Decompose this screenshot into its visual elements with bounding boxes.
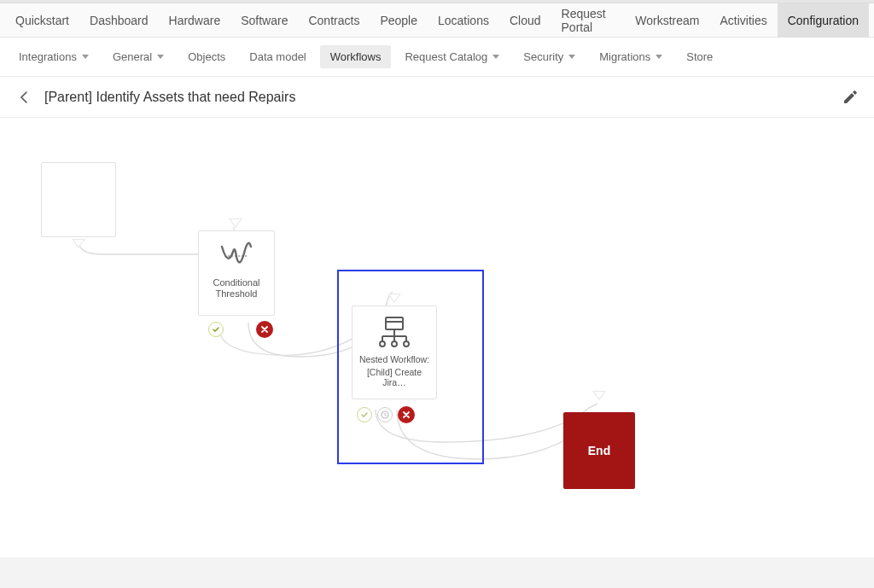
end-node[interactable]: End xyxy=(563,412,635,489)
conditional-threshold-node[interactable]: Conditional Threshold xyxy=(198,230,275,316)
node-label: Conditional Threshold xyxy=(213,277,259,300)
edit-button[interactable] xyxy=(840,87,860,108)
workflow-canvas[interactable]: Conditional Threshold xyxy=(0,118,874,540)
sub-tab-label: Security xyxy=(523,50,563,63)
page-title: [Parent] Identify Assets that need Repai… xyxy=(44,90,840,105)
chevron-down-icon xyxy=(568,55,575,59)
sub-tab-general[interactable]: General xyxy=(102,45,174,68)
sub-tab-label: Store xyxy=(686,50,713,63)
threshold-icon xyxy=(218,238,254,274)
sub-nav: IntegrationsGeneralObjectsData modelWork… xyxy=(0,38,874,77)
sub-tab-request-catalog[interactable]: Request Catalog xyxy=(394,45,510,68)
fail-path-icon[interactable] xyxy=(256,321,273,338)
svg-point-9 xyxy=(392,341,397,346)
main-tab-quickstart[interactable]: Quickstart xyxy=(5,3,79,38)
sub-tab-objects[interactable]: Objects xyxy=(178,45,236,68)
success-path-icon[interactable] xyxy=(357,407,372,422)
title-bar: [Parent] Identify Assets that need Repai… xyxy=(0,77,874,118)
chevron-down-icon xyxy=(82,55,89,59)
back-button[interactable] xyxy=(14,87,34,108)
sub-tab-label: General xyxy=(113,50,152,63)
main-tab-dashboard[interactable]: Dashboard xyxy=(79,3,159,38)
main-tab-contracts[interactable]: Contracts xyxy=(298,3,370,38)
connector-icon xyxy=(387,294,401,303)
pending-path-icon[interactable] xyxy=(377,407,393,422)
main-tab-hardware[interactable]: Hardware xyxy=(159,3,231,38)
chevron-down-icon xyxy=(492,55,499,59)
connector-icon xyxy=(72,239,85,248)
nested-status-row xyxy=(357,406,415,423)
conditional-status-row xyxy=(208,321,273,338)
pencil-icon xyxy=(842,90,858,105)
main-tab-locations[interactable]: Locations xyxy=(428,3,499,38)
nested-workflow-node[interactable]: Nested Workflow: [Child] Create Jira… xyxy=(352,306,437,399)
sub-tab-label: Integrations xyxy=(19,50,77,63)
sub-tab-label: Workflows xyxy=(330,50,382,63)
main-tab-configuration[interactable]: Configuration xyxy=(778,3,869,38)
edges-layer xyxy=(0,118,874,540)
main-tab-software[interactable]: Software xyxy=(230,3,298,38)
sub-tab-store[interactable]: Store xyxy=(676,45,723,68)
sub-tab-label: Migrations xyxy=(599,50,650,63)
main-nav: QuickstartDashboardHardwareSoftwareContr… xyxy=(0,3,874,38)
end-label: End xyxy=(588,444,610,457)
svg-rect-1 xyxy=(386,317,403,329)
success-path-icon[interactable] xyxy=(208,322,224,337)
svg-point-10 xyxy=(404,341,409,346)
main-tab-cloud[interactable]: Cloud xyxy=(499,3,551,38)
svg-point-8 xyxy=(380,341,385,346)
sub-tab-security[interactable]: Security xyxy=(513,45,586,68)
workflow-icon xyxy=(374,311,415,352)
chevron-left-icon xyxy=(20,91,28,103)
main-tab-workstream[interactable]: Workstream xyxy=(625,3,709,38)
node-title: Nested Workflow: xyxy=(356,354,433,365)
connector-icon xyxy=(229,218,242,228)
main-tab-request-portal[interactable]: Request Portal xyxy=(551,3,626,38)
sub-tab-integrations[interactable]: Integrations xyxy=(9,45,99,68)
footer-bar xyxy=(0,557,874,588)
sub-tab-label: Objects xyxy=(188,50,225,63)
connector-icon xyxy=(592,391,606,400)
fail-path-icon[interactable] xyxy=(398,406,415,423)
chevron-down-icon xyxy=(157,55,164,59)
sub-tab-label: Request Catalog xyxy=(405,50,487,63)
node-subtitle: [Child] Create Jira… xyxy=(353,367,436,388)
main-tab-activities[interactable]: Activities xyxy=(709,3,777,38)
sub-tab-label: Data model xyxy=(249,50,306,63)
sub-tab-migrations[interactable]: Migrations xyxy=(589,45,673,68)
sub-tab-data-model[interactable]: Data model xyxy=(239,45,316,68)
start-node[interactable] xyxy=(41,162,116,237)
main-tab-people[interactable]: People xyxy=(370,3,428,38)
sub-tab-workflows[interactable]: Workflows xyxy=(320,45,392,68)
chevron-down-icon xyxy=(656,55,662,59)
